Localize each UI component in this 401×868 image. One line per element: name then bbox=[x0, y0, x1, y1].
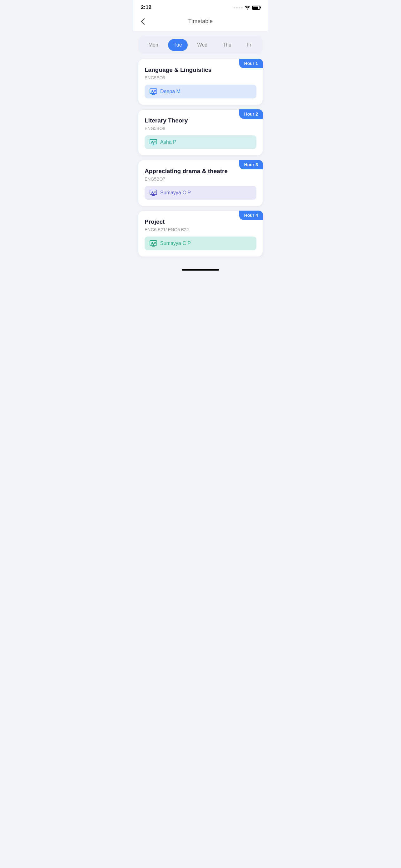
status-icons bbox=[234, 5, 260, 10]
subject-title-4: Project bbox=[144, 218, 257, 225]
subject-code-1: ENG5BO9 bbox=[144, 75, 257, 80]
day-wed[interactable]: Wed bbox=[192, 39, 213, 51]
status-bar: 2:12 bbox=[133, 0, 268, 13]
hour-badge-3: Hour 3 bbox=[239, 160, 263, 169]
teacher-name-3: Sumayya C P bbox=[160, 190, 191, 195]
day-tue[interactable]: Tue bbox=[168, 39, 188, 51]
hour-badge-1: Hour 1 bbox=[239, 59, 263, 68]
day-thu[interactable]: Thu bbox=[217, 39, 237, 51]
day-mon[interactable]: Mon bbox=[143, 39, 164, 51]
teacher-chip-2[interactable]: Asha P bbox=[144, 135, 257, 149]
teacher-name-4: Sumayya C P bbox=[160, 241, 191, 246]
teacher-chip-3[interactable]: Sumayya C P bbox=[144, 186, 257, 200]
subject-code-2: ENG5BO8 bbox=[144, 126, 257, 131]
wifi-icon bbox=[244, 5, 250, 10]
subject-title-2: Literary Theory bbox=[144, 117, 257, 124]
back-button[interactable] bbox=[141, 19, 144, 25]
teacher-icon-3 bbox=[149, 190, 157, 196]
hour-badge-2: Hour 2 bbox=[239, 110, 263, 119]
page-title: Timetable bbox=[188, 18, 213, 25]
home-indicator bbox=[133, 264, 268, 273]
schedule-card-4: Hour 4 Project ENG6 B21/ ENG5 B22 Sumayy… bbox=[138, 211, 263, 256]
schedule-card-2: Hour 2 Literary Theory ENG5BO8 Asha P bbox=[138, 110, 263, 155]
subject-title-1: Language & Linguistics bbox=[144, 67, 257, 73]
schedule-card-1: Hour 1 Language & Linguistics ENG5BO9 De… bbox=[138, 59, 263, 105]
home-bar bbox=[182, 269, 219, 271]
teacher-chip-1[interactable]: Deepa M bbox=[144, 85, 257, 98]
hour-badge-4: Hour 4 bbox=[239, 211, 263, 220]
subject-code-3: ENG5BO7 bbox=[144, 177, 257, 182]
teacher-name-2: Asha P bbox=[160, 140, 176, 145]
teacher-name-1: Deepa M bbox=[160, 89, 180, 94]
schedule-card-3: Hour 3 Appreciating drama & theatre ENG5… bbox=[138, 160, 263, 206]
day-selector: Mon Tue Wed Thu Fri bbox=[138, 36, 263, 54]
teacher-icon-4 bbox=[149, 240, 157, 247]
teacher-icon-2 bbox=[149, 139, 157, 145]
teacher-icon-1 bbox=[149, 88, 157, 95]
battery-icon bbox=[252, 6, 260, 10]
day-fri[interactable]: Fri bbox=[241, 39, 258, 51]
subject-title-3: Appreciating drama & theatre bbox=[144, 168, 257, 175]
schedule-list: Hour 1 Language & Linguistics ENG5BO9 De… bbox=[133, 59, 268, 256]
teacher-chip-4[interactable]: Sumayya C P bbox=[144, 237, 257, 250]
signal-icon bbox=[234, 7, 243, 8]
subject-code-4: ENG6 B21/ ENG5 B22 bbox=[144, 227, 257, 232]
header: Timetable bbox=[133, 13, 268, 31]
status-time: 2:12 bbox=[141, 4, 152, 11]
